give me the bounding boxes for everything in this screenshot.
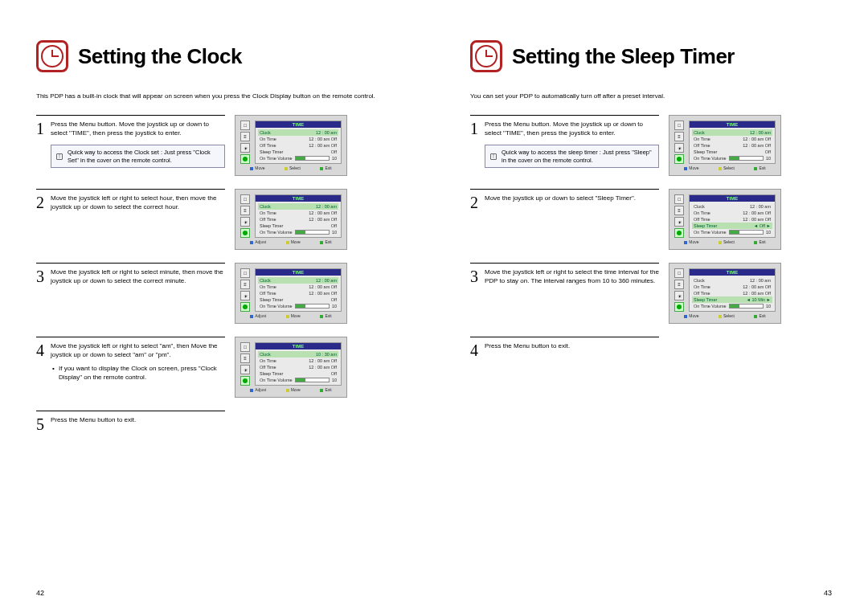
step-number: 5 bbox=[36, 416, 44, 432]
step-number: 3 bbox=[36, 268, 44, 286]
osd-side-icon: ☀ bbox=[240, 217, 250, 227]
osd-side-icon: ☀ bbox=[674, 291, 684, 300]
step-text: Press the Menu button. Move the joystick… bbox=[51, 121, 225, 168]
info-icon: ! bbox=[490, 153, 497, 160]
tip-box: !Quick way to access the Clock set : Jus… bbox=[51, 145, 225, 169]
osd-screenshot: □≡☀ TIME Clock10 : 30 amOn Time12 : 00 a… bbox=[235, 337, 347, 398]
step-text: Press the Menu button to exit. bbox=[51, 416, 225, 432]
steps-right: 1 Press the Menu button. Move the joysti… bbox=[470, 115, 832, 358]
tip-box: !Quick way to access the sleep timer : J… bbox=[485, 145, 659, 169]
clock-icon bbox=[470, 40, 502, 72]
step-row: 1 Press the Menu button. Move the joysti… bbox=[36, 115, 398, 176]
osd-side-icon: ≡ bbox=[674, 206, 684, 215]
osd-screenshot: □≡☀ TIME Clock12 : 00 amOn Time12 : 00 a… bbox=[669, 263, 781, 324]
osd-side-icon: □ bbox=[240, 268, 250, 278]
osd-side-icon: □ bbox=[240, 194, 250, 204]
svg-point-1 bbox=[243, 231, 248, 235]
osd-screenshot: □≡☀ TIME Clock12 : 00 amOn Time12 : 00 a… bbox=[235, 263, 347, 324]
step-text: Press the Menu button to exit. bbox=[485, 342, 659, 358]
step-row: 3 Move the joystick left or right to sel… bbox=[36, 263, 398, 324]
page-title-right: Setting the Sleep Timer bbox=[512, 44, 735, 69]
step-text: Move the joystick left or right to selec… bbox=[485, 268, 659, 286]
osd-side-icon: □ bbox=[674, 194, 684, 204]
step-number: 1 bbox=[36, 121, 44, 168]
header-right: Setting the Sleep Timer bbox=[470, 40, 832, 72]
page-number-right: 43 bbox=[824, 589, 832, 597]
osd-side-icon: □ bbox=[240, 121, 250, 130]
bullet-note: If you want to display the Clock on scre… bbox=[51, 365, 225, 382]
step-row: 1 Press the Menu button. Move the joysti… bbox=[470, 115, 832, 176]
step-number: 3 bbox=[470, 268, 478, 286]
step-row: 3 Move the joystick left or right to sel… bbox=[470, 263, 832, 324]
osd-side-icon: ≡ bbox=[240, 206, 250, 215]
step-row: 4 Move the joystick left or right to sel… bbox=[36, 337, 398, 398]
clock-icon bbox=[36, 40, 68, 72]
osd-side-icon: ☀ bbox=[240, 365, 250, 374]
osd-side-icon: ☀ bbox=[674, 217, 684, 227]
svg-point-4 bbox=[677, 157, 682, 161]
step-text: Move the joystick up or down to select "… bbox=[485, 194, 659, 210]
intro-right: You can set your PDP to automatically tu… bbox=[470, 92, 832, 100]
osd-side-icon bbox=[240, 154, 250, 164]
step-row: 5 Press the Menu button to exit. bbox=[36, 411, 398, 432]
intro-left: This PDP has a built-in clock that will … bbox=[36, 92, 398, 100]
osd-side-icon: ≡ bbox=[240, 280, 250, 289]
osd-side-icon bbox=[240, 302, 250, 312]
osd-side-icon: □ bbox=[240, 342, 250, 352]
osd-screenshot: □≡☀ TIME Clock12 : 00 amOn Time12 : 00 a… bbox=[669, 115, 781, 176]
osd-side-icon bbox=[240, 228, 250, 238]
page-43: Setting the Sleep Timer You can set your… bbox=[434, 0, 868, 613]
osd-screenshot: □≡☀ TIME Clock12 : 00 amOn Time12 : 00 a… bbox=[235, 189, 347, 250]
osd-side-icon: ≡ bbox=[674, 280, 684, 289]
page-number-left: 42 bbox=[36, 589, 44, 597]
osd-side-icon: □ bbox=[674, 121, 684, 130]
info-icon: ! bbox=[56, 153, 63, 160]
osd-side-icon bbox=[240, 376, 250, 386]
svg-point-6 bbox=[677, 304, 682, 309]
step-number: 4 bbox=[470, 342, 478, 358]
osd-side-icon bbox=[674, 228, 684, 238]
svg-point-2 bbox=[243, 304, 248, 309]
osd-screenshot: □≡☀ TIME Clock12 : 00 amOn Time12 : 00 a… bbox=[235, 115, 347, 176]
step-number: 1 bbox=[470, 121, 478, 168]
step-number: 2 bbox=[470, 194, 478, 210]
osd-side-icon bbox=[674, 154, 684, 164]
page-title-left: Setting the Clock bbox=[78, 44, 242, 69]
svg-point-0 bbox=[243, 157, 248, 161]
header-left: Setting the Clock bbox=[36, 40, 398, 72]
step-number: 4 bbox=[36, 342, 44, 382]
svg-point-5 bbox=[677, 231, 682, 235]
svg-point-3 bbox=[243, 378, 248, 383]
osd-side-icon: ☀ bbox=[240, 291, 250, 300]
osd-screenshot: □≡☀ TIME Clock12 : 00 amOn Time12 : 00 a… bbox=[669, 189, 781, 250]
step-text: Move the joystick left or right to selec… bbox=[51, 194, 225, 212]
step-text: Move the joystick left or right to selec… bbox=[51, 268, 225, 286]
osd-side-icon: ≡ bbox=[240, 132, 250, 141]
osd-side-icon: □ bbox=[674, 268, 684, 278]
osd-side-icon bbox=[674, 302, 684, 312]
page-42: Setting the Clock This PDP has a built-i… bbox=[0, 0, 434, 613]
osd-side-icon: ≡ bbox=[674, 132, 684, 141]
osd-side-icon: ☀ bbox=[674, 143, 684, 153]
step-row: 2 Move the joystick left or right to sel… bbox=[36, 189, 398, 250]
step-row: 4 Press the Menu button to exit. bbox=[470, 337, 832, 358]
step-row: 2 Move the joystick up or down to select… bbox=[470, 189, 832, 250]
steps-left: 1 Press the Menu button. Move the joysti… bbox=[36, 115, 398, 432]
step-text: Move the joystick left or right to selec… bbox=[51, 342, 225, 382]
osd-side-icon: ☀ bbox=[240, 143, 250, 153]
step-text: Press the Menu button. Move the joystick… bbox=[485, 121, 659, 168]
osd-side-icon: ≡ bbox=[240, 353, 250, 363]
step-number: 2 bbox=[36, 194, 44, 212]
